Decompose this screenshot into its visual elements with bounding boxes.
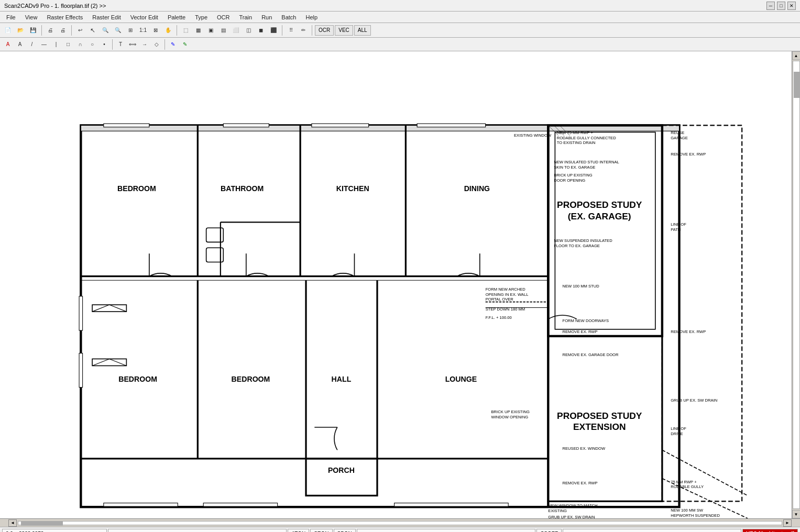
menu-run[interactable]: Run [257, 13, 276, 21]
close-button[interactable]: ✕ [787, 2, 796, 10]
svg-text:NEW 100 MM STUD: NEW 100 MM STUD [563, 284, 600, 289]
svg-text:REMOVE EX. RWP: REMOVE EX. RWP [671, 152, 706, 157]
svg-text:REUSE: REUSE [671, 130, 684, 135]
svg-text:DRIVE: DRIVE [671, 431, 683, 436]
svg-text:PORCH: PORCH [328, 466, 355, 474]
status-aton[interactable]: ATON [288, 529, 309, 533]
svg-rect-31 [662, 125, 742, 501]
area-button[interactable]: ▤ [217, 25, 229, 36]
menu-type[interactable]: Type [191, 13, 212, 21]
draw-dim[interactable]: ⟺ [127, 39, 138, 50]
svg-text:DOOR OPENING: DOOR OPENING [554, 178, 585, 183]
pan-button[interactable]: ✋ [162, 25, 174, 36]
erase-button[interactable]: ⬛ [268, 25, 279, 36]
horizontal-scrollbar[interactable]: ◄ ► [0, 518, 800, 527]
menu-vector-edit[interactable]: Vector Edit [126, 13, 162, 21]
menu-train[interactable]: Train [235, 13, 256, 21]
svg-text:PROPOSED STUDY: PROPOSED STUDY [557, 199, 642, 210]
menu-palette[interactable]: Palette [163, 13, 190, 21]
vec-select[interactable]: ▣ [205, 25, 216, 36]
minimize-button[interactable]: ─ [766, 2, 775, 10]
zoom-out-button[interactable]: 🔍 [112, 25, 124, 36]
new-button[interactable]: 📄 [2, 25, 14, 36]
menu-raster-effects[interactable]: Raster Effects [42, 13, 87, 21]
svg-text:RODABLE GULLY: RODABLE GULLY [671, 484, 704, 489]
vertical-scrollbar[interactable]: ▲ ▼ [792, 51, 800, 518]
fill-button[interactable]: ◼ [255, 25, 267, 36]
statusbar: 0,0 .. 3303.2073 ATON SEON SBON CSOFF VE… [0, 527, 800, 532]
status-csoff[interactable]: CSOFF [536, 529, 562, 533]
status-coords: 0,0 .. 3303.2073 [2, 529, 107, 533]
zoom-fit-button[interactable]: ⊞ [125, 25, 136, 36]
svg-text:DINING: DINING [464, 184, 490, 193]
scroll-down-button[interactable]: ▼ [792, 510, 801, 518]
undo-button[interactable]: ↩ [74, 25, 86, 36]
draw-arrow[interactable]: → [139, 39, 150, 50]
hscroll-thumb[interactable] [21, 522, 63, 526]
status-vec: VEC [Architectural] [742, 529, 798, 533]
vec-mode-button[interactable]: VEC [335, 25, 353, 36]
draw-circle[interactable]: ○ [86, 39, 98, 50]
draw-box[interactable]: □ [62, 39, 74, 50]
svg-rect-19 [104, 124, 149, 127]
save-button[interactable]: 💾 [27, 25, 39, 36]
sep4 [282, 25, 282, 36]
hscroll-track[interactable] [18, 521, 782, 525]
sep5 [312, 25, 312, 36]
draw-vline[interactable]: | [50, 39, 62, 50]
raster-select[interactable]: ▦ [192, 25, 204, 36]
scroll-right-button[interactable]: ► [783, 519, 792, 527]
restore-button[interactable]: □ [777, 2, 785, 10]
open-button[interactable]: 📂 [15, 25, 26, 36]
draw-select[interactable]: A [14, 39, 26, 50]
menu-batch[interactable]: Batch [277, 13, 300, 21]
svg-text:75 MM RWP +: 75 MM RWP + [671, 480, 697, 484]
vscroll-track[interactable] [793, 61, 800, 509]
draw-arch[interactable]: ∩ [74, 39, 86, 50]
status-sbon[interactable]: SBON [334, 529, 356, 533]
draw-text[interactable]: T [115, 39, 126, 50]
svg-rect-21 [312, 124, 369, 127]
all-mode-button[interactable]: ALL [354, 25, 371, 36]
svg-text:BEDROOM: BEDROOM [118, 375, 157, 383]
menu-raster-edit[interactable]: Raster Edit [88, 13, 125, 21]
scroll-left-button[interactable]: ◄ [8, 519, 17, 527]
draw-node[interactable]: ◇ [151, 39, 162, 50]
ocr-mode-button[interactable]: OCR [315, 25, 334, 36]
menu-ocr[interactable]: OCR [213, 13, 234, 21]
draw-pencil[interactable]: A [2, 39, 14, 50]
toolbar-draw: A A / — | □ ∩ ○ • T ⟺ → ◇ ✎ ✎ [0, 38, 800, 51]
titlebar-title: Scan2CADv9 Pro - 1. floorplan.tif (2) >> [4, 3, 106, 9]
draw-dot[interactable]: • [98, 39, 110, 50]
zoom-1-button[interactable]: 1:1 [137, 25, 149, 36]
menu-view[interactable]: View [21, 13, 42, 21]
draw-color2[interactable]: ✎ [179, 39, 191, 50]
pencil-button[interactable]: ✏ [298, 25, 309, 36]
cursor-button[interactable]: ↖ [87, 25, 98, 36]
draw-sep2 [165, 39, 165, 50]
zoom-in-button[interactable]: 🔍 [100, 25, 111, 36]
box-button[interactable]: ⬜ [230, 25, 242, 36]
svg-text:BEDROOM: BEDROOM [117, 184, 156, 193]
status-seon[interactable]: SEON [310, 529, 332, 533]
svg-rect-22 [417, 124, 486, 127]
draw-hline[interactable]: — [38, 39, 50, 50]
vscroll-thumb[interactable] [794, 72, 800, 98]
zoom-select-button[interactable]: ⊠ [150, 25, 161, 36]
menu-file[interactable]: File [2, 13, 20, 21]
menu-help[interactable]: Help [301, 13, 322, 21]
svg-text:(EX. GARAGE): (EX. GARAGE) [568, 211, 631, 221]
svg-rect-27 [394, 503, 509, 507]
draw-color1[interactable]: ✎ [167, 39, 179, 50]
scroll-up-button[interactable]: ▲ [792, 51, 801, 60]
svg-text:NEW 75 MM RWP +: NEW 75 MM RWP + [557, 130, 594, 135]
draw-sep1 [112, 39, 113, 50]
select-button[interactable]: ⬚ [180, 25, 191, 36]
titlebar: Scan2CADv9 Pro - 1. floorplan.tif (2) >>… [0, 0, 800, 12]
dots-button[interactable]: ⠿ [285, 25, 297, 36]
print-button[interactable]: 🖨 [45, 25, 56, 36]
draw-line[interactable]: / [26, 39, 38, 50]
print2-button[interactable]: 🖨 [57, 25, 69, 36]
canvas-area[interactable]: BEDROOM BATHROOM KITCHEN DINING BEDROOM … [0, 51, 800, 518]
rect-button[interactable]: ◫ [243, 25, 254, 36]
